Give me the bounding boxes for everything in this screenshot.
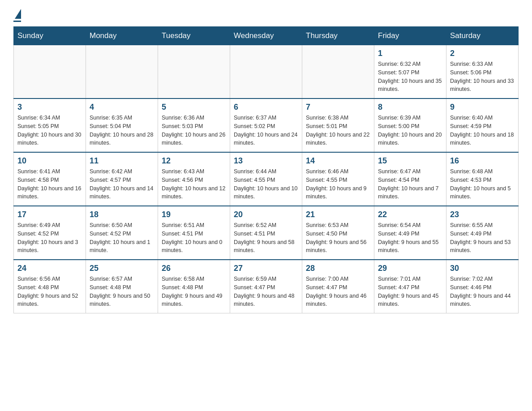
day-info: Sunrise: 6:56 AMSunset: 4:48 PMDaylight:… xyxy=(17,275,82,308)
day-info: Sunrise: 6:59 AMSunset: 4:47 PMDaylight:… xyxy=(234,275,298,308)
day-info: Sunrise: 6:37 AMSunset: 5:02 PMDaylight:… xyxy=(234,114,298,147)
calendar-week-row: 17Sunrise: 6:49 AMSunset: 4:52 PMDayligh… xyxy=(14,206,519,260)
day-info: Sunrise: 6:57 AMSunset: 4:48 PMDaylight:… xyxy=(90,275,154,308)
calendar-cell: 24Sunrise: 6:56 AMSunset: 4:48 PMDayligh… xyxy=(14,260,86,313)
day-info: Sunrise: 6:58 AMSunset: 4:48 PMDaylight:… xyxy=(162,275,226,308)
day-number: 29 xyxy=(378,264,442,273)
calendar-cell: 23Sunrise: 6:55 AMSunset: 4:49 PMDayligh… xyxy=(446,206,519,260)
day-number: 12 xyxy=(162,156,226,166)
calendar-cell xyxy=(230,45,302,99)
day-number: 11 xyxy=(90,156,154,166)
day-number: 5 xyxy=(162,103,226,112)
weekday-header-friday: Friday xyxy=(374,27,446,45)
page-header xyxy=(13,9,519,22)
day-number: 6 xyxy=(234,103,298,112)
calendar-cell: 21Sunrise: 6:53 AMSunset: 4:50 PMDayligh… xyxy=(302,206,374,260)
day-number: 18 xyxy=(90,210,154,219)
day-info: Sunrise: 6:53 AMSunset: 4:50 PMDaylight:… xyxy=(306,221,370,255)
day-info: Sunrise: 6:41 AMSunset: 4:58 PMDaylight:… xyxy=(17,167,82,201)
weekday-header-wednesday: Wednesday xyxy=(230,27,302,45)
calendar-cell: 26Sunrise: 6:58 AMSunset: 4:48 PMDayligh… xyxy=(158,260,230,313)
weekday-header-tuesday: Tuesday xyxy=(158,27,230,45)
logo xyxy=(13,9,21,22)
day-info: Sunrise: 6:35 AMSunset: 5:04 PMDaylight:… xyxy=(90,114,154,147)
day-number: 1 xyxy=(378,49,442,58)
calendar-cell: 2Sunrise: 6:33 AMSunset: 5:06 PMDaylight… xyxy=(446,45,519,99)
calendar-cell: 10Sunrise: 6:41 AMSunset: 4:58 PMDayligh… xyxy=(14,152,86,206)
day-number: 9 xyxy=(450,103,515,112)
calendar-cell: 11Sunrise: 6:42 AMSunset: 4:57 PMDayligh… xyxy=(86,152,158,206)
day-number: 4 xyxy=(90,103,154,112)
calendar-week-row: 3Sunrise: 6:34 AMSunset: 5:05 PMDaylight… xyxy=(14,98,519,152)
day-info: Sunrise: 6:51 AMSunset: 4:51 PMDaylight:… xyxy=(162,221,226,255)
day-number: 2 xyxy=(450,49,515,58)
day-number: 22 xyxy=(378,210,442,219)
calendar-cell: 7Sunrise: 6:38 AMSunset: 5:01 PMDaylight… xyxy=(302,98,374,152)
day-info: Sunrise: 6:39 AMSunset: 5:00 PMDaylight:… xyxy=(378,114,442,147)
day-number: 10 xyxy=(17,156,82,166)
day-info: Sunrise: 6:34 AMSunset: 5:05 PMDaylight:… xyxy=(17,114,82,147)
calendar-cell: 12Sunrise: 6:43 AMSunset: 4:56 PMDayligh… xyxy=(158,152,230,206)
day-info: Sunrise: 6:33 AMSunset: 5:06 PMDaylight:… xyxy=(450,60,515,94)
day-info: Sunrise: 6:38 AMSunset: 5:01 PMDaylight:… xyxy=(306,114,370,147)
day-number: 25 xyxy=(90,264,154,273)
logo-triangle-icon xyxy=(15,9,21,19)
day-info: Sunrise: 6:54 AMSunset: 4:49 PMDaylight:… xyxy=(378,221,442,255)
day-info: Sunrise: 6:40 AMSunset: 4:59 PMDaylight:… xyxy=(450,114,515,147)
calendar-cell xyxy=(302,45,374,99)
day-number: 15 xyxy=(378,156,442,166)
weekday-header-sunday: Sunday xyxy=(14,27,86,45)
calendar-cell: 1Sunrise: 6:32 AMSunset: 5:07 PMDaylight… xyxy=(374,45,446,99)
day-info: Sunrise: 6:49 AMSunset: 4:52 PMDaylight:… xyxy=(17,221,82,255)
calendar-cell: 8Sunrise: 6:39 AMSunset: 5:00 PMDaylight… xyxy=(374,98,446,152)
calendar-cell: 20Sunrise: 6:52 AMSunset: 4:51 PMDayligh… xyxy=(230,206,302,260)
day-info: Sunrise: 7:01 AMSunset: 4:47 PMDaylight:… xyxy=(378,275,442,308)
calendar-cell: 28Sunrise: 7:00 AMSunset: 4:47 PMDayligh… xyxy=(302,260,374,313)
day-info: Sunrise: 6:47 AMSunset: 4:54 PMDaylight:… xyxy=(378,167,442,201)
day-info: Sunrise: 7:00 AMSunset: 4:47 PMDaylight:… xyxy=(306,275,370,308)
calendar-cell: 18Sunrise: 6:50 AMSunset: 4:52 PMDayligh… xyxy=(86,206,158,260)
calendar-cell: 30Sunrise: 7:02 AMSunset: 4:46 PMDayligh… xyxy=(446,260,519,313)
day-info: Sunrise: 6:44 AMSunset: 4:55 PMDaylight:… xyxy=(234,167,298,201)
logo-underline xyxy=(13,21,21,22)
calendar-cell: 14Sunrise: 6:46 AMSunset: 4:55 PMDayligh… xyxy=(302,152,374,206)
day-info: Sunrise: 6:36 AMSunset: 5:03 PMDaylight:… xyxy=(162,114,226,147)
day-number: 19 xyxy=(162,210,226,219)
day-number: 16 xyxy=(450,156,515,166)
calendar-cell: 6Sunrise: 6:37 AMSunset: 5:02 PMDaylight… xyxy=(230,98,302,152)
day-number: 24 xyxy=(17,264,82,273)
calendar-cell: 4Sunrise: 6:35 AMSunset: 5:04 PMDaylight… xyxy=(86,98,158,152)
calendar-cell: 15Sunrise: 6:47 AMSunset: 4:54 PMDayligh… xyxy=(374,152,446,206)
calendar-cell: 22Sunrise: 6:54 AMSunset: 4:49 PMDayligh… xyxy=(374,206,446,260)
calendar-week-row: 10Sunrise: 6:41 AMSunset: 4:58 PMDayligh… xyxy=(14,152,519,206)
calendar-cell: 29Sunrise: 7:01 AMSunset: 4:47 PMDayligh… xyxy=(374,260,446,313)
day-info: Sunrise: 6:46 AMSunset: 4:55 PMDaylight:… xyxy=(306,167,370,201)
weekday-header-row: SundayMondayTuesdayWednesdayThursdayFrid… xyxy=(14,27,519,45)
day-number: 27 xyxy=(234,264,298,273)
calendar-cell xyxy=(86,45,158,99)
weekday-header-thursday: Thursday xyxy=(302,27,374,45)
day-number: 23 xyxy=(450,210,515,219)
day-number: 30 xyxy=(450,264,515,273)
day-info: Sunrise: 6:50 AMSunset: 4:52 PMDaylight:… xyxy=(90,221,154,255)
day-info: Sunrise: 6:48 AMSunset: 4:53 PMDaylight:… xyxy=(450,167,515,201)
calendar-cell: 3Sunrise: 6:34 AMSunset: 5:05 PMDaylight… xyxy=(14,98,86,152)
calendar-week-row: 24Sunrise: 6:56 AMSunset: 4:48 PMDayligh… xyxy=(14,260,519,313)
calendar-cell xyxy=(158,45,230,99)
calendar-cell: 27Sunrise: 6:59 AMSunset: 4:47 PMDayligh… xyxy=(230,260,302,313)
calendar-cell: 17Sunrise: 6:49 AMSunset: 4:52 PMDayligh… xyxy=(14,206,86,260)
day-info: Sunrise: 6:52 AMSunset: 4:51 PMDaylight:… xyxy=(234,221,298,255)
day-number: 14 xyxy=(306,156,370,166)
calendar-cell: 25Sunrise: 6:57 AMSunset: 4:48 PMDayligh… xyxy=(86,260,158,313)
day-info: Sunrise: 6:42 AMSunset: 4:57 PMDaylight:… xyxy=(90,167,154,201)
day-number: 3 xyxy=(17,103,82,112)
calendar-cell: 13Sunrise: 6:44 AMSunset: 4:55 PMDayligh… xyxy=(230,152,302,206)
day-info: Sunrise: 6:43 AMSunset: 4:56 PMDaylight:… xyxy=(162,167,226,201)
day-number: 21 xyxy=(306,210,370,219)
calendar-table: SundayMondayTuesdayWednesdayThursdayFrid… xyxy=(13,26,519,313)
calendar-cell xyxy=(14,45,86,99)
calendar-cell: 19Sunrise: 6:51 AMSunset: 4:51 PMDayligh… xyxy=(158,206,230,260)
calendar-cell: 5Sunrise: 6:36 AMSunset: 5:03 PMDaylight… xyxy=(158,98,230,152)
day-number: 17 xyxy=(17,210,82,219)
day-number: 28 xyxy=(306,264,370,273)
